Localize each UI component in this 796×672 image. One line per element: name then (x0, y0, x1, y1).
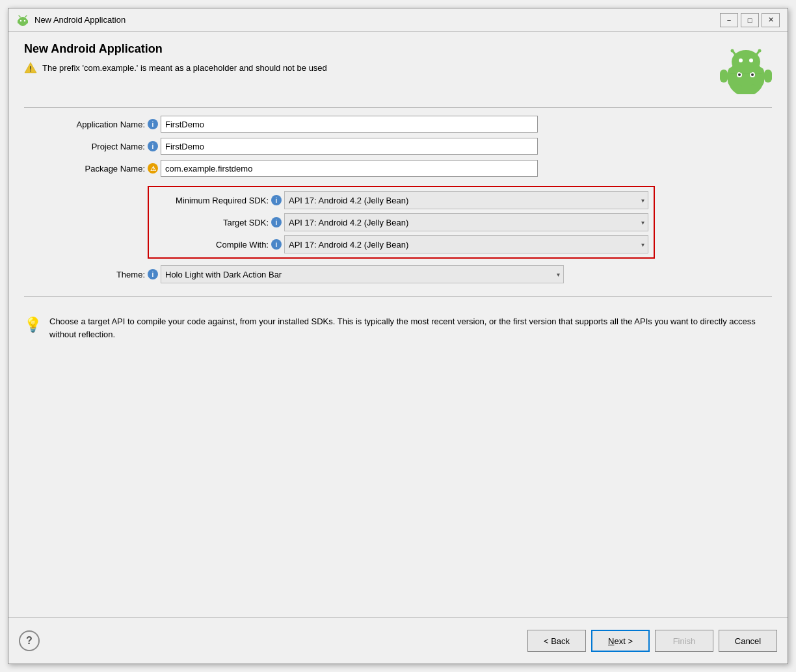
back-button[interactable]: < Back (527, 630, 586, 652)
maximize-button[interactable]: □ (741, 13, 759, 27)
svg-point-19 (758, 49, 762, 53)
svg-rect-23 (750, 84, 756, 94)
compile-with-select-wrapper: API 17: Android 4.2 (Jelly Bean) ▾ (284, 235, 648, 253)
main-content: New Android Application ! The prefix 'co… (8, 32, 788, 618)
project-name-info-icon: i (148, 141, 158, 151)
min-sdk-select-wrapper: API 17: Android 4.2 (Jelly Bean) ▾ (284, 191, 648, 209)
title-bar-left: New Android Application (16, 14, 126, 27)
min-sdk-info-icon: i (271, 195, 282, 205)
project-name-row: Project Name: i (37, 138, 772, 155)
app-name-input[interactable] (161, 116, 538, 133)
svg-rect-1 (18, 19, 27, 24)
svg-rect-7 (27, 20, 28, 23)
svg-rect-20 (720, 70, 728, 83)
target-sdk-info-icon: i (271, 217, 282, 227)
minimize-button[interactable]: − (720, 13, 738, 27)
info-section: 💡 Choose a target API to compile your co… (24, 305, 772, 346)
target-sdk-label: Target SDK: (154, 218, 271, 227)
info-separator (24, 296, 772, 297)
form-area: Application Name: i Project Name: i Pack… (24, 116, 772, 289)
theme-label: Theme: (37, 270, 148, 279)
theme-select[interactable]: Holo Light with Dark Action Bar (161, 265, 564, 283)
android-logo (720, 42, 772, 94)
theme-row: Theme: i Holo Light with Dark Action Bar… (37, 265, 772, 283)
title-bar: New Android Application − □ ✕ (8, 8, 788, 32)
target-sdk-select[interactable]: API 17: Android 4.2 (Jelly Bean) (284, 213, 648, 231)
package-name-label: Package Name: (37, 164, 148, 174)
app-name-label: Application Name: (37, 120, 148, 129)
page-title: New Android Application (24, 42, 720, 56)
app-name-row: Application Name: i (37, 116, 772, 133)
target-sdk-select-wrapper: API 17: Android 4.2 (Jelly Bean) ▾ (284, 213, 648, 231)
svg-point-14 (738, 73, 741, 76)
title-bar-title: New Android Application (34, 15, 126, 25)
svg-point-25 (739, 58, 743, 62)
svg-point-3 (24, 19, 25, 21)
lightbulb-icon: 💡 (24, 317, 42, 333)
title-bar-controls: − □ ✕ (720, 13, 780, 27)
compile-with-select[interactable]: API 17: Android 4.2 (Jelly Bean) (284, 235, 648, 253)
target-sdk-row: Target SDK: i API 17: Android 4.2 (Jelly… (154, 213, 648, 231)
min-sdk-select[interactable]: API 17: Android 4.2 (Jelly Bean) (284, 191, 648, 209)
compile-with-label: Compile With: (154, 240, 271, 250)
dialog-window: New Android Application − □ ✕ New Androi… (8, 8, 788, 664)
cancel-button[interactable]: Cancel (719, 630, 777, 652)
info-text: Choose a target API to compile your code… (49, 315, 772, 341)
project-name-input[interactable] (161, 138, 538, 155)
package-name-row: Package Name: ⚠ (37, 160, 772, 177)
svg-text:!: ! (29, 65, 32, 73)
project-name-label: Project Name: (37, 142, 148, 151)
svg-line-4 (19, 16, 20, 17)
svg-point-18 (731, 49, 734, 53)
min-sdk-row: Minimum Required SDK: i API 17: Android … (154, 191, 648, 209)
package-name-input[interactable] (161, 160, 538, 177)
footer-left: ? (19, 630, 40, 651)
android-title-icon (16, 14, 29, 27)
theme-info-icon: i (148, 269, 158, 279)
help-button[interactable]: ? (19, 630, 40, 651)
next-label: Next > (608, 636, 633, 646)
warning-row: ! The prefix 'com.example.' is meant as … (24, 61, 720, 74)
min-sdk-label: Minimum Required SDK: (154, 196, 271, 205)
svg-rect-22 (736, 84, 742, 94)
svg-point-15 (751, 73, 754, 76)
sdk-selection-box: Minimum Required SDK: i API 17: Android … (148, 186, 655, 259)
theme-select-wrapper: Holo Light with Dark Action Bar ▾ (161, 265, 564, 283)
close-button[interactable]: ✕ (762, 13, 780, 27)
svg-rect-6 (18, 20, 19, 23)
header-left: New Android Application ! The prefix 'co… (24, 42, 720, 74)
header-row: New Android Application ! The prefix 'co… (24, 42, 772, 94)
svg-rect-21 (764, 70, 772, 83)
svg-point-2 (20, 19, 21, 21)
header-separator (24, 107, 772, 108)
warning-text: The prefix 'com.example.' is meant as a … (42, 63, 327, 73)
footer: ? < Back Next > Finish Cancel (8, 618, 788, 664)
compile-with-info-icon: i (271, 239, 282, 250)
svg-line-5 (25, 16, 27, 17)
footer-buttons: < Back Next > Finish Cancel (527, 630, 777, 652)
svg-point-26 (749, 58, 753, 62)
svg-point-24 (732, 50, 760, 73)
compile-with-row: Compile With: i API 17: Android 4.2 (Jel… (154, 235, 648, 253)
package-name-warning-icon: ⚠ (148, 163, 158, 174)
warning-icon: ! (24, 61, 37, 74)
app-name-info-icon: i (148, 119, 158, 129)
next-button[interactable]: Next > (591, 630, 650, 652)
finish-button[interactable]: Finish (655, 630, 713, 652)
